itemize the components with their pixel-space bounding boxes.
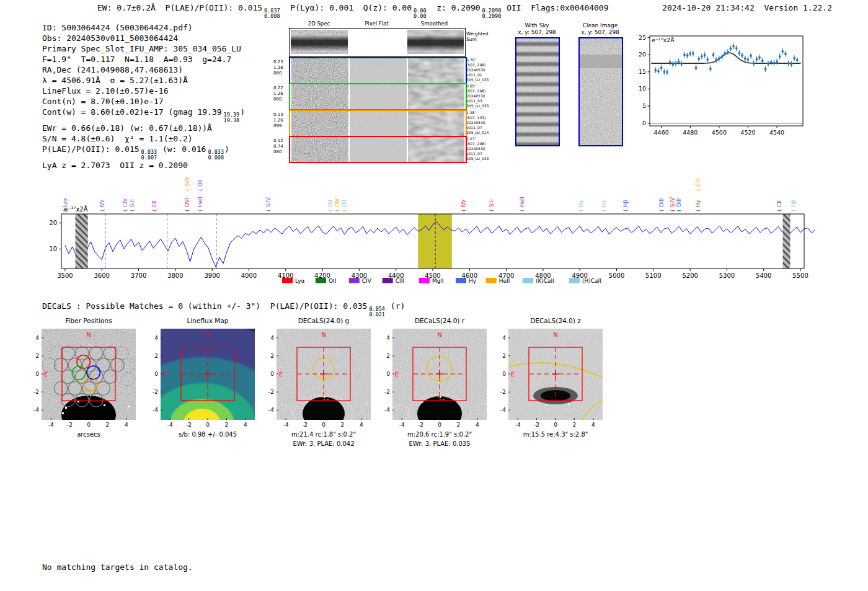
stacked-uncertainty: 0.000.00 [414,8,426,19]
text-segment: (w: 0.016 [157,144,206,154]
emission-line-label: { OIII [658,198,665,212]
emission-line-label: { Hγ [578,200,584,212]
data-point [721,56,724,58]
cutout-panel-g: DECaLS(24.0) g420-2-4-4-2024m:21.4 rc:1.… [264,317,383,450]
cutout-panel-z: DECaLS(24.0) z420-2-4-4-2024m:15.5 re:4.… [496,317,615,450]
noise-image [291,58,348,83]
lower-value: 19.38 [224,118,240,123]
y-tick-label: -2 [380,389,390,395]
noise-image [408,111,464,136]
text-segment: F=1.9" T=0.117 N=1.18 A=0.93 g=24.7 [42,55,231,64]
decals-matches-line: DECaLS : Possible Matches = 0 (within +/… [42,301,405,317]
spec2d-col-header: Pixel Flat [348,20,405,27]
header-datetime-version: 2024-10-20 21:34:42 Version 1.22.2 [662,3,832,12]
data-point [671,63,674,66]
fiber-2d-cell [291,137,348,162]
data-point [654,69,657,71]
emission-line-label: { OII [341,200,347,212]
x-tick-label: 5300 [719,272,735,279]
legend-swatch [316,278,326,283]
x-tick-label: 4500 [712,129,727,136]
cutout-panel-fiber: Fiber Positions420-2-4-4-2024arcsecsNE [29,317,148,450]
with-sky-image [515,37,560,146]
x-tick-label: -2 [183,422,195,428]
cutout-caption: s/b: 0.98 +/- 0.045 [154,430,261,440]
data-point [698,58,700,60]
data-point [767,63,769,65]
y-tick-label: -4 [496,407,506,413]
with-sky-coords: x, y: 507, 298 [508,29,565,36]
y-tick-label: -4 [264,407,274,413]
compass-north: N [321,331,326,338]
x-tick-label: 0 [82,422,95,428]
stacked-uncertainty: 0.0330.008 [208,149,224,160]
compass-east: E [279,371,283,378]
noise-image [350,137,407,162]
data-point [709,68,712,70]
spec2d-weighted-2d [291,30,348,54]
legend-item: Hγ [456,278,477,284]
x-tick-label: 5200 [682,272,698,279]
emission-line-label: { OII [327,200,334,212]
noise-image [291,84,348,109]
data-point [793,57,795,60]
emission-line-label: { HeII [197,197,203,212]
legend-swatch [456,278,466,283]
x-tick-label: 4000 [241,272,257,279]
y-tick-label: 4 [380,335,390,341]
with-sky-header: With Sky x, y: 507, 298 [508,22,565,36]
info-line: S/N = 4.8(±0.6) χ² = 1.1(±0.2) [42,133,245,144]
lower-value: 0.008 [264,14,280,19]
emission-line-label: { OII [197,179,203,192]
x-tick-label: 5000 [609,272,624,279]
text-segment: LineFlux = 2.10(±0.57)e-16 [42,86,169,96]
fiber-2d-cell [291,111,348,136]
cutout-caption: EWr: 3, PLAE: 0.035 [386,440,493,449]
text-segment: ) [224,144,229,154]
emission-line-label: { CII [776,200,782,212]
y-tick-label: 4 [29,335,39,341]
y-tick-label: 2 [148,353,158,359]
info-line: P(LAE)/P(OII): 0.0150.0330.007 (w: 0.016… [42,144,245,160]
y-tick-label: 15 [639,68,646,75]
y-tick-label: -2 [29,389,39,395]
fiber-smoothed-cell [408,58,464,83]
info-line: Cont(w) = 8.60(±0.02)e-17 (gmag 19.3919.… [42,107,245,123]
full-spectrum-plot: 3500360037003800390040004100420043004400… [0,166,831,290]
data-point [787,62,790,64]
data-point [689,53,691,55]
x-tick-label: 0 [317,422,330,428]
data-point [715,59,717,61]
detection-info-block: ID: 5003064424 (5003064424.pdf)Obs: 2024… [42,22,245,171]
noise-image [350,111,407,136]
elixer-report-page: EW: 0.7±0.2Å P(LAE)/P(OII): 0.0150.0370.… [0,0,868,591]
legend-swatch [486,278,497,283]
y-tick-label: 4 [264,335,274,341]
cutout-image-z: NE [508,329,603,420]
info-line: λ = 4506.91Å σ = 5.27(±1.63)Å [42,75,245,86]
lower-value: 0.007 [141,155,157,161]
emission-line-label: { Hγ [601,200,607,212]
y-tick-label: 10 [639,85,646,92]
data-point [758,56,761,59]
x-tick-label: 3700 [131,272,146,279]
x-tick-label: 2 [336,422,348,428]
emission-line-label: { NV [99,200,105,212]
data-point [741,55,743,57]
legend-swatch [383,278,393,283]
y-tick-label: 4 [496,335,506,341]
data-point [790,63,792,65]
y-tick-label: 0 [264,371,274,377]
y-tick-label: 20 [49,220,57,226]
x-tick-label: 4460 [654,129,669,136]
text-segment: Obs: 20240530v011_5003064424 [42,33,178,43]
data-point [738,52,741,55]
data-point [756,58,758,61]
spec2d-col-header: 2D Spec [290,20,348,27]
emission-line-label: { CIII [695,178,701,192]
header-summary-line: EW: 0.7±0.2Å P(LAE)/P(OII): 0.0150.0370.… [97,3,609,19]
x-tick-label: 2 [452,422,464,428]
clean-image-title: Clean Image [572,22,629,29]
x-tick-label: 4540 [769,129,784,136]
data-point [779,55,781,58]
